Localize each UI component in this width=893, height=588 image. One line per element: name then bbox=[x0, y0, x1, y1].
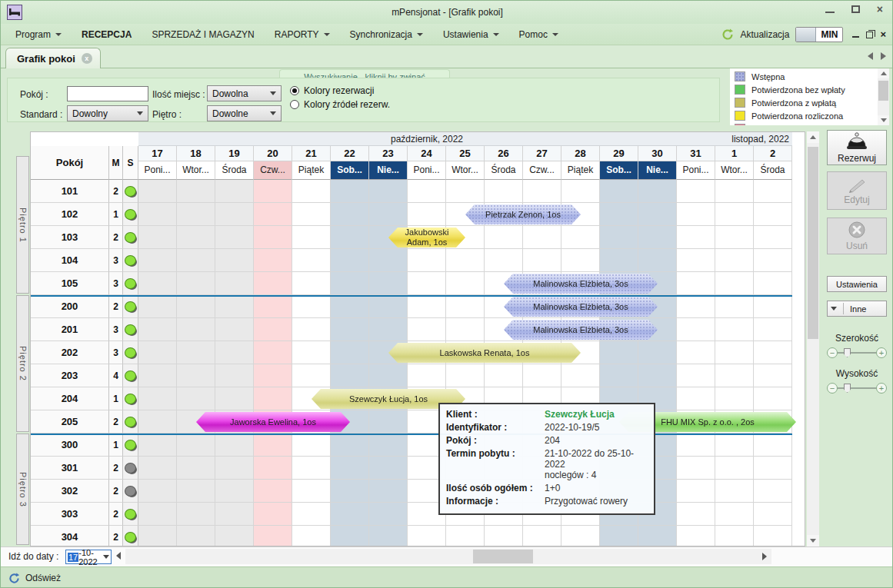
beds-filter-label: Ilość miejsc : bbox=[152, 89, 205, 100]
menu-item[interactable]: Program bbox=[5, 24, 72, 45]
month-header-row: październik, 2022 listopad, 2022 bbox=[138, 132, 792, 146]
minus-icon[interactable]: − bbox=[827, 383, 838, 394]
day-number-cell: 22 bbox=[331, 146, 369, 161]
day-number-cell: 1 bbox=[715, 146, 754, 161]
maximize-button[interactable] bbox=[851, 5, 860, 13]
reservation-bar[interactable]: Jakubowski Adam, 1os bbox=[388, 228, 465, 247]
chevron-down-icon bbox=[552, 33, 558, 36]
other-button[interactable]: Inne bbox=[827, 301, 887, 317]
height-slider-thumb[interactable] bbox=[844, 384, 851, 393]
minus-icon[interactable]: − bbox=[827, 347, 838, 358]
menu-item-label: Ustawienia bbox=[443, 29, 488, 40]
minimize-button[interactable] bbox=[825, 6, 835, 13]
menu-item[interactable]: RECEPCJA bbox=[72, 24, 142, 45]
radio-colors-sources[interactable]: Kolory źródeł rezerw. bbox=[290, 99, 390, 110]
beds-filter-select[interactable]: Dowolna bbox=[207, 85, 282, 101]
day-name-cell: Nie... bbox=[638, 161, 677, 180]
width-slider-thumb[interactable] bbox=[844, 348, 851, 357]
min-toggle[interactable]: MIN bbox=[795, 27, 843, 42]
reservation-bar[interactable]: Malinowska Elżbieta, 3os bbox=[504, 320, 658, 340]
app-window: mPensjonat - [Grafik pokoi] × ProgramREC… bbox=[0, 0, 893, 588]
menu-item[interactable]: Pomoc bbox=[509, 24, 568, 45]
floor-label-1: Piętro 1 bbox=[16, 156, 29, 294]
reservation-bar[interactable]: Laskowska Renata, 1os bbox=[388, 343, 581, 363]
child-minimize-button[interactable] bbox=[852, 32, 859, 38]
floor-filter-select[interactable]: Dowolne bbox=[207, 105, 282, 121]
menu-item-label: Synchronizacja bbox=[350, 29, 412, 40]
radio-button-icon[interactable] bbox=[290, 86, 299, 95]
bottom-bar: Idź do daty : 17-10-2022 bbox=[1, 546, 893, 566]
tooltip-value: 204 bbox=[545, 435, 560, 446]
date-selected-part: 17 bbox=[68, 553, 78, 562]
chevron-down-icon bbox=[324, 33, 330, 36]
reservation-bar[interactable]: Malinowska Elżbieta, 3os bbox=[504, 274, 658, 294]
day-name-cell: Sob... bbox=[331, 161, 369, 180]
slider-track[interactable] bbox=[833, 387, 881, 389]
scroll-down-icon[interactable] bbox=[878, 115, 889, 125]
standard-filter-select[interactable]: Dowolny bbox=[67, 105, 148, 121]
menu-item[interactable]: Synchronizacja bbox=[340, 24, 433, 45]
refresh-label[interactable]: Odśwież bbox=[25, 573, 61, 583]
menu-item[interactable]: RAPORTY bbox=[265, 24, 340, 45]
floor-label-text: Piętro 2 bbox=[18, 346, 28, 381]
edit-button[interactable]: Edytuj bbox=[827, 171, 887, 210]
day-name-cell: Piątek bbox=[561, 161, 600, 180]
child-close-button[interactable]: × bbox=[880, 31, 886, 38]
close-button[interactable]: × bbox=[877, 5, 883, 13]
reservation-bar[interactable]: Malinowska Elżbieta, 3os bbox=[504, 297, 658, 317]
tab-label: Grafik pokoi bbox=[17, 53, 75, 65]
day-name-cell: Czw... bbox=[254, 161, 292, 180]
plus-icon[interactable]: + bbox=[876, 383, 887, 394]
min-toggle-knob[interactable] bbox=[796, 28, 816, 42]
plus-icon[interactable]: + bbox=[876, 347, 887, 358]
slider-track[interactable] bbox=[833, 352, 881, 354]
tab-scroll-right-icon[interactable] bbox=[881, 52, 886, 60]
tab-grafik-pokoi[interactable]: Grafik pokoi x bbox=[5, 48, 101, 68]
legend-item: Potwierdzona bez wpłaty bbox=[730, 83, 876, 96]
tab-close-icon[interactable]: x bbox=[82, 53, 92, 64]
grid-vscroll-thumb[interactable] bbox=[808, 147, 818, 339]
legend-list: WstępnaPotwierdzona bez wpłatyPotwierdzo… bbox=[730, 70, 876, 125]
reserve-button[interactable]: Rezerwuj bbox=[827, 130, 887, 165]
reservation-bar[interactable]: Pietrzak Zenon, 1os bbox=[465, 204, 581, 224]
floor-filter-label: Piętro : bbox=[152, 109, 182, 120]
refresh-icon bbox=[8, 573, 20, 584]
month-label-november: listopad, 2022 bbox=[731, 132, 789, 146]
menu-item[interactable]: Ustawienia bbox=[433, 24, 509, 45]
child-restore-button[interactable] bbox=[866, 32, 873, 38]
room-filter-input[interactable] bbox=[67, 86, 148, 101]
scroll-up-icon[interactable] bbox=[878, 68, 889, 78]
scroll-down-icon[interactable] bbox=[807, 535, 819, 546]
legend-color-swatch bbox=[735, 124, 745, 125]
legend-item-label: Potwierdzona rozliczona bbox=[751, 111, 843, 121]
reservation-bar[interactable]: Jaworska Ewelina, 1os bbox=[196, 412, 350, 432]
horizontal-scrollbar[interactable] bbox=[125, 549, 771, 564]
radio-button-icon[interactable] bbox=[290, 100, 299, 109]
legend-panel: WstępnaPotwierdzona bez wpłatyPotwierdzo… bbox=[730, 68, 889, 125]
scroll-left-icon[interactable] bbox=[116, 552, 121, 560]
menu-item[interactable]: SPRZEDAŻ I MAGAZYN bbox=[142, 24, 264, 45]
tab-scroll-left-icon[interactable] bbox=[868, 52, 873, 60]
day-name-cell: Środa bbox=[754, 161, 792, 180]
tooltip-label: Pokój : bbox=[446, 435, 545, 446]
month-label-october: październik, 2022 bbox=[138, 132, 715, 146]
tooltip-label: Identyfikator : bbox=[446, 422, 545, 433]
day-name-cell: Sob... bbox=[600, 161, 638, 180]
goto-date-input[interactable]: 17-10-2022 bbox=[65, 550, 112, 564]
settings-button[interactable]: Ustawienia bbox=[827, 276, 887, 292]
radio-colors-reservations[interactable]: Kolory rezerwacji bbox=[290, 85, 374, 96]
legend-scrollbar[interactable] bbox=[878, 68, 889, 125]
legend-scrollbar-thumb[interactable] bbox=[878, 81, 888, 101]
hscroll-thumb[interactable] bbox=[473, 550, 533, 563]
reservation-tooltip: Klient :Szewczyk ŁucjaIdentyfikator :202… bbox=[438, 403, 655, 515]
delete-button[interactable]: Usuń bbox=[827, 218, 887, 254]
day-name-cell: Wtor... bbox=[715, 161, 754, 180]
grid-vertical-scrollbar[interactable] bbox=[807, 131, 819, 546]
height-slider[interactable]: − + bbox=[827, 382, 887, 394]
day-name-cell: Poni... bbox=[138, 161, 177, 180]
scroll-right-icon[interactable] bbox=[762, 553, 767, 560]
tooltip-value-wrap: 2022-10-19/5 bbox=[545, 422, 599, 433]
scroll-up-icon[interactable] bbox=[807, 131, 819, 143]
update-label[interactable]: Aktualizacja bbox=[740, 29, 789, 40]
width-slider[interactable]: − + bbox=[827, 347, 887, 359]
